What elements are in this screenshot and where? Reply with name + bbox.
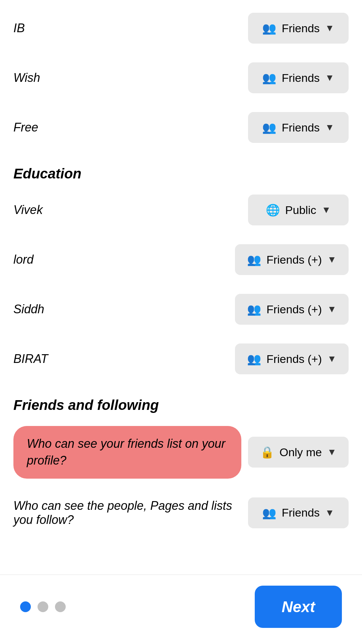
following-privacy-dropdown[interactable]: 👥 Friends ▼ (248, 497, 349, 528)
wish-privacy-dropdown[interactable]: 👥 Friends ▼ (248, 62, 349, 93)
lord-row: lord 👥 Friends (+) ▼ (13, 235, 349, 284)
lord-privacy-dropdown[interactable]: 👥 Friends (+) ▼ (235, 244, 349, 275)
wish-row: Wish 👥 Friends ▼ (13, 53, 349, 103)
friends-icon: 👥 (247, 253, 261, 266)
chevron-down-icon: ▼ (327, 447, 337, 458)
friends-following-header: Friends and following (13, 384, 349, 417)
friends-list-row: Who can see your friends list on your pr… (13, 417, 349, 488)
friends-list-privacy-dropdown[interactable]: 🔒 Only me ▼ (248, 437, 349, 468)
friends-icon: 👥 (247, 303, 261, 316)
vivek-label: Vivek (13, 203, 248, 217)
friends-list-privacy-label: Only me (280, 446, 322, 459)
wish-label: Wish (13, 71, 248, 85)
following-row: Who can see the people, Pages and lists … (13, 488, 349, 589)
lord-privacy-label: Friends (+) (266, 253, 322, 266)
free-row: Free 👥 Friends ▼ (13, 103, 349, 152)
progress-dots (20, 601, 66, 612)
chevron-down-icon: ▼ (327, 254, 337, 265)
vivek-privacy-dropdown[interactable]: 🌐 Public ▼ (248, 195, 349, 225)
following-label: Who can see the people, Pages and lists … (13, 499, 248, 527)
friends-icon: 👥 (262, 121, 276, 134)
lock-icon: 🔒 (260, 445, 274, 459)
birat-row: BIRAT 👥 Friends (+) ▼ (13, 334, 349, 384)
ib-privacy-label: Friends (282, 22, 319, 35)
following-privacy-label: Friends (282, 506, 319, 519)
friends-icon: 👥 (247, 352, 261, 366)
vivek-privacy-label: Public (285, 204, 316, 217)
chevron-down-icon: ▼ (325, 23, 335, 34)
chevron-down-icon: ▼ (325, 507, 335, 518)
dot-2 (38, 601, 48, 612)
birat-privacy-label: Friends (+) (266, 353, 322, 366)
siddh-row: Siddh 👥 Friends (+) ▼ (13, 284, 349, 334)
free-privacy-dropdown[interactable]: 👥 Friends ▼ (248, 112, 349, 143)
ib-label: IB (13, 21, 248, 35)
public-icon: 🌐 (266, 203, 280, 217)
dot-1 (20, 601, 31, 612)
bottom-bar: Next (0, 575, 362, 644)
chevron-down-icon: ▼ (327, 354, 337, 364)
friends-list-label: Who can see your friends list on your pr… (13, 426, 241, 479)
chevron-down-icon: ▼ (321, 205, 331, 215)
ib-row: IB 👥 Friends ▼ (13, 3, 349, 53)
chevron-down-icon: ▼ (327, 304, 337, 315)
chevron-down-icon: ▼ (325, 122, 335, 133)
dot-3 (55, 601, 66, 612)
siddh-label: Siddh (13, 302, 235, 316)
lord-label: lord (13, 253, 235, 267)
siddh-privacy-label: Friends (+) (266, 303, 322, 316)
birat-privacy-dropdown[interactable]: 👥 Friends (+) ▼ (235, 343, 349, 374)
education-header: Education (13, 152, 349, 185)
friends-icon: 👥 (262, 71, 276, 85)
next-button[interactable]: Next (255, 586, 342, 628)
vivek-row: Vivek 🌐 Public ▼ (13, 185, 349, 235)
birat-label: BIRAT (13, 352, 235, 366)
friends-icon: 👥 (262, 21, 276, 35)
siddh-privacy-dropdown[interactable]: 👥 Friends (+) ▼ (235, 294, 349, 325)
free-label: Free (13, 120, 248, 135)
wish-privacy-label: Friends (282, 71, 319, 85)
free-privacy-label: Friends (282, 121, 319, 134)
ib-privacy-dropdown[interactable]: 👥 Friends ▼ (248, 13, 349, 44)
chevron-down-icon: ▼ (325, 72, 335, 83)
friends-icon: 👥 (262, 506, 276, 520)
